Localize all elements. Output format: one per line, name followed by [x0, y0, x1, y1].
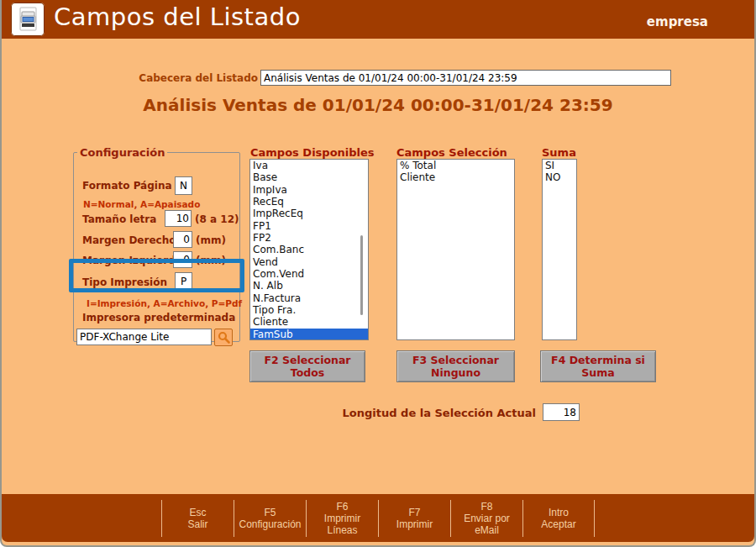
list-item[interactable]: FP2: [250, 232, 368, 244]
tipo-impresion-input[interactable]: [175, 272, 192, 291]
margen-izquierdo-label: Margen Izquierdo: [82, 255, 182, 266]
list-item[interactable]: Cliente: [397, 171, 514, 183]
impresora-label: Impresora predeterminada: [82, 312, 235, 323]
formato-pagina-input[interactable]: [175, 176, 192, 195]
f5-configuracion-button[interactable]: F5 Configuración: [234, 500, 306, 537]
formato-pagina-hint: N=Normal, A=Apaisado: [83, 199, 200, 209]
list-item[interactable]: Cliente: [250, 316, 368, 328]
margen-izquierdo-input[interactable]: [173, 251, 192, 268]
list-item[interactable]: N. Alb: [250, 280, 368, 292]
page-title: Campos del Listado: [54, 3, 301, 31]
margen-derecho-input[interactable]: [173, 231, 192, 248]
cabecera-label: Cabecera del Listado: [86, 72, 258, 84]
list-item[interactable]: Vend: [250, 256, 368, 268]
tipo-impresion-label: Tipo Impresión: [82, 276, 167, 288]
configuracion-legend: Configuración: [77, 146, 167, 159]
f8-enviar-email-button[interactable]: F8 Enviar por eMail: [450, 500, 522, 537]
tamano-letra-input[interactable]: [165, 210, 192, 227]
f6-imprimir-lineas-button[interactable]: F6 Imprimir Líneas: [306, 500, 378, 537]
margen-izquierdo-unit: (mm): [196, 255, 226, 266]
company-name: empresa: [647, 14, 708, 29]
impresora-search-button[interactable]: [214, 329, 233, 346]
list-item[interactable]: ImpIva: [250, 184, 368, 196]
f2-seleccionar-todos-button[interactable]: F2 Seleccionar Todos: [249, 350, 365, 382]
f3-seleccionar-ninguno-button[interactable]: F3 Seleccionar Ninguno: [396, 350, 515, 382]
esc-salir-button[interactable]: Esc Salir: [161, 500, 234, 537]
campos-del-listado-window: Campos del Listado empresa Cabecera del …: [0, 0, 756, 547]
longitud-input[interactable]: [543, 403, 580, 421]
list-item[interactable]: Base: [250, 171, 368, 183]
list-item[interactable]: Iva: [250, 160, 368, 171]
report-heading: Análisis Ventas de 01/01/24 00:00-31/01/…: [2, 95, 754, 115]
scrollbar-thumb[interactable]: [360, 235, 363, 315]
f7-imprimir-button[interactable]: F7 Imprimir: [378, 500, 450, 537]
list-item[interactable]: RecEq: [250, 196, 368, 208]
list-item[interactable]: Tipo Fra.: [250, 304, 368, 316]
list-item[interactable]: ImpRecEq: [250, 208, 368, 219]
list-item[interactable]: SI: [543, 160, 576, 171]
margen-derecho-label: Margen Derecho: [82, 234, 176, 246]
list-item[interactable]: FP1: [250, 220, 368, 232]
title-bar: Campos del Listado empresa: [2, 0, 754, 39]
list-item[interactable]: % Total: [397, 160, 514, 171]
magnifier-icon: [218, 331, 230, 344]
list-item[interactable]: NO: [543, 171, 576, 183]
suma-list[interactable]: SI NO: [542, 159, 577, 340]
suma-title: Suma: [542, 146, 576, 159]
list-item[interactable]: N.Factura: [250, 292, 368, 304]
impresora-input[interactable]: [76, 329, 212, 345]
campos-disponibles-list[interactable]: Iva Base ImpIva RecEq ImpRecEq FP1 FP2 C…: [249, 159, 369, 340]
margen-derecho-unit: (mm): [196, 234, 226, 246]
list-item-selected[interactable]: FamSub: [250, 329, 368, 340]
campos-seleccion-list[interactable]: % Total Cliente: [396, 159, 515, 340]
longitud-label: Longitud de la Selección Actual: [287, 407, 536, 419]
formato-pagina-label: Formato Página: [82, 180, 172, 192]
configuracion-fieldset: Configuración Formato Página N=Normal, A…: [73, 146, 240, 342]
printer-document-icon: [11, 3, 45, 36]
list-item[interactable]: Com.Banc: [250, 244, 368, 255]
tamano-letra-label: Tamaño letra: [82, 213, 156, 225]
footer-toolbar: Esc Salir F5 Configuración F6 Imprimir L…: [2, 494, 754, 542]
intro-aceptar-button[interactable]: Intro Aceptar: [522, 500, 595, 537]
list-item[interactable]: Com.Vend: [250, 268, 368, 280]
tipo-impresion-hint: I=Impresión, A=Archivo, P=Pdf: [87, 298, 242, 308]
cabecera-input[interactable]: [260, 70, 671, 86]
tamano-letra-range: (8 a 12): [195, 213, 239, 225]
campos-seleccion-title: Campos Selección: [396, 146, 507, 159]
f4-determina-si-suma-button[interactable]: F4 Determina si Suma: [540, 350, 656, 382]
campos-disponibles-title: Campos Disponibles: [250, 146, 375, 159]
